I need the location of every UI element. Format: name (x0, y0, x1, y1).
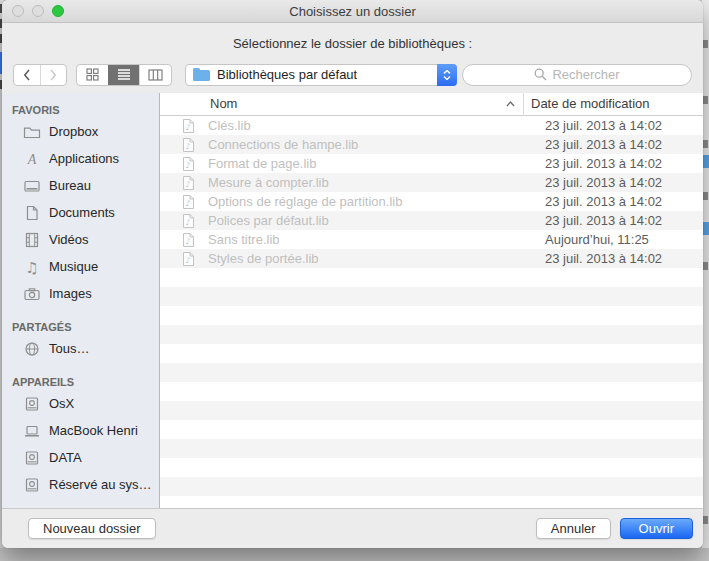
close-button[interactable] (12, 5, 24, 17)
zoom-button[interactable] (52, 5, 64, 17)
hard-drive-icon (23, 477, 41, 493)
view-mode-control (76, 64, 172, 86)
sidebar-item-videos[interactable]: Vidéos (2, 226, 159, 253)
file-date: 23 juil. 2013 à 14:02 (545, 135, 662, 154)
list-view-icon (117, 68, 131, 81)
list-view-button[interactable] (108, 65, 139, 85)
search-placeholder: Rechercher (552, 67, 619, 82)
location-dropdown[interactable]: Bibliothèques par défaut (185, 64, 457, 86)
globe-icon (23, 341, 41, 357)
file-row[interactable]: Sans titre.lib Aujourd’hui, 11:25 (160, 230, 703, 249)
file-name: Connections de hampe.lib (208, 135, 358, 154)
file-date: 23 juil. 2013 à 14:02 (545, 154, 662, 173)
laptop-icon (23, 423, 41, 439)
column-header-date[interactable]: Date de modification (531, 96, 650, 111)
sidebar-section-label: PARTAGÉS (2, 317, 159, 335)
file-row[interactable]: Clés.lib 23 juil. 2013 à 14:02 (160, 116, 703, 135)
file-date: 23 juil. 2013 à 14:02 (545, 116, 662, 135)
sidebar-item-applications[interactable]: Applications (2, 145, 159, 172)
music-document-icon (182, 175, 195, 191)
icon-view-button[interactable] (77, 65, 108, 85)
dialog-main-area: FAVORIS Dropbox Applications Bureau Docu… (2, 93, 703, 508)
open-button[interactable]: Ouvrir (620, 518, 693, 539)
desktop-icon (23, 178, 41, 194)
search-icon (534, 68, 547, 81)
window-title: Choisissez un dossier (289, 4, 415, 19)
chevron-right-icon (49, 69, 57, 81)
sidebar-item-osx[interactable]: OsX (2, 390, 159, 417)
music-document-icon (182, 213, 195, 229)
dialog-footer: Nouveau dossier Annuler Ouvrir (2, 508, 703, 548)
file-row[interactable]: Connections de hampe.lib 23 juil. 2013 à… (160, 135, 703, 154)
file-date: 23 juil. 2013 à 14:02 (545, 192, 662, 211)
sidebar-item-data[interactable]: DATA (2, 444, 159, 471)
sidebar-item-macbook-henri[interactable]: MacBook Henri (2, 417, 159, 444)
folder-icon (23, 124, 41, 140)
music-document-icon (182, 232, 195, 248)
file-name: Options de réglage de partition.lib (208, 192, 402, 211)
chevron-left-icon (23, 69, 31, 81)
new-folder-button[interactable]: Nouveau dossier (28, 518, 156, 539)
hard-drive-icon (23, 450, 41, 466)
folder-icon (193, 70, 210, 81)
toolbar: Bibliothèques par défaut Rechercher (2, 56, 703, 93)
forward-button[interactable] (40, 65, 67, 85)
cancel-button[interactable]: Annuler (536, 518, 611, 539)
sidebar: FAVORIS Dropbox Applications Bureau Docu… (2, 93, 160, 508)
column-header-name[interactable]: Nom (210, 96, 237, 111)
music-document-icon (182, 137, 195, 153)
file-date: 23 juil. 2013 à 14:02 (545, 211, 662, 230)
sidebar-item-bureau[interactable]: Bureau (2, 172, 159, 199)
file-name: Format de page.lib (208, 154, 316, 173)
minimize-button[interactable] (32, 5, 44, 17)
sidebar-item-musique[interactable]: Musique (2, 253, 159, 280)
background-window-bottom-strip: -72 (0, 548, 709, 561)
file-row[interactable]: Styles de portée.lib 23 juil. 2013 à 14:… (160, 249, 703, 268)
search-input[interactable]: Rechercher (462, 64, 692, 86)
document-icon (23, 205, 41, 221)
sidebar-section-label: APPAREILS (2, 372, 159, 390)
sidebar-item-tous[interactable]: Tous… (2, 335, 159, 362)
music-document-icon (182, 194, 195, 210)
music-document-icon (182, 118, 195, 134)
title-bar: Choisissez un dossier (2, 0, 703, 23)
sidebar-item-images[interactable]: Images (2, 280, 159, 307)
file-row[interactable]: Format de page.lib 23 juil. 2013 à 14:02 (160, 154, 703, 173)
music-document-icon (182, 251, 195, 267)
grid-view-icon (86, 68, 99, 81)
file-date: 23 juil. 2013 à 14:02 (545, 249, 662, 268)
choose-folder-dialog: Choisissez un dossier Sélectionnez le do… (2, 0, 703, 548)
location-dropdown-value: Bibliothèques par défaut (217, 67, 357, 82)
file-name: Polices par défaut.lib (208, 211, 329, 230)
file-row[interactable]: Polices par défaut.lib 23 juil. 2013 à 1… (160, 211, 703, 230)
back-button[interactable] (14, 65, 40, 85)
applications-icon (23, 151, 41, 167)
sidebar-item-documents[interactable]: Documents (2, 199, 159, 226)
file-row[interactable]: Options de réglage de partition.lib 23 j… (160, 192, 703, 211)
sort-ascending-icon (506, 101, 515, 107)
sidebar-section: FAVORIS Dropbox Applications Bureau Docu… (2, 100, 159, 307)
sidebar-item-dropbox[interactable]: Dropbox (2, 118, 159, 145)
music-document-icon (182, 156, 195, 172)
file-list-scroll-area[interactable]: Clés.lib 23 juil. 2013 à 14:02 Connectio… (160, 116, 703, 508)
file-date: 23 juil. 2013 à 14:02 (545, 173, 662, 192)
file-list: Nom Date de modification Clés.lib 23 jui… (160, 93, 703, 508)
dialog-prompt: Sélectionnez le dossier de bibliothèques… (2, 23, 703, 56)
column-view-button[interactable] (139, 65, 171, 85)
up-down-chevrons-icon (437, 64, 457, 86)
file-name: Sans titre.lib (208, 230, 280, 249)
file-date: Aujourd’hui, 11:25 (545, 230, 649, 249)
traffic-lights (12, 5, 64, 17)
camera-icon (23, 286, 41, 302)
file-name: Clés.lib (208, 116, 251, 135)
sidebar-section-label: FAVORIS (2, 100, 159, 118)
music-note-icon (23, 259, 41, 275)
film-icon (23, 232, 41, 248)
navigation-control (13, 64, 67, 86)
file-list-header: Nom Date de modification (160, 93, 703, 116)
column-view-icon (148, 69, 163, 81)
sidebar-item-reserve-au-sys[interactable]: Réservé au sys… (2, 471, 159, 498)
sidebar-section: APPAREILS OsX MacBook Henri DATA Réservé… (2, 372, 159, 498)
column-divider[interactable] (523, 93, 524, 115)
file-row[interactable]: Mesure à compter.lib 23 juil. 2013 à 14:… (160, 173, 703, 192)
